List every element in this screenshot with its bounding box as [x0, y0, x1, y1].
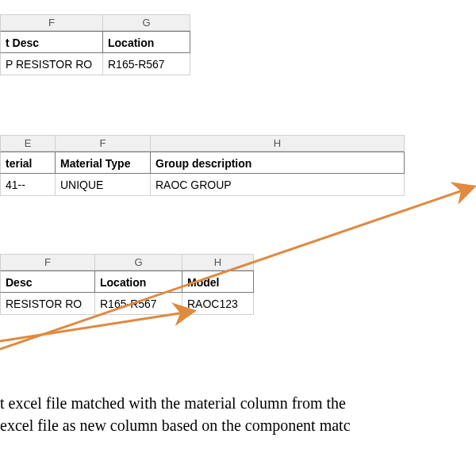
column-letters-row: F G H: [0, 254, 254, 271]
header-cell-desc: t Desc: [0, 31, 103, 53]
data-cell: RESISTOR RO: [0, 293, 95, 315]
column-letter: H: [182, 254, 254, 271]
column-letters-row: F G: [0, 14, 190, 31]
excel-fragment-1: F G t Desc Location P RESISTOR RO R165-R…: [0, 14, 190, 75]
data-cell: R165-R567: [103, 53, 190, 75]
header-cell-location: Location: [95, 271, 182, 293]
header-cell-location: Location: [103, 31, 190, 53]
column-letters-row: E F H: [0, 135, 405, 152]
excel-fragment-3: F G H Desc Location Model RESISTOR RO R1…: [0, 254, 254, 315]
column-letter: E: [0, 135, 56, 152]
text-line: t excel file matched with the material c…: [0, 392, 476, 414]
explanatory-text: t excel file matched with the material c…: [0, 392, 476, 436]
text-line: excel file as new column based on the co…: [0, 414, 476, 436]
column-letter: G: [103, 14, 190, 31]
column-letter: F: [0, 14, 103, 31]
header-cell-material-type: Material Type: [56, 152, 151, 174]
header-cell-model: Model: [182, 271, 254, 293]
column-letter: G: [95, 254, 182, 271]
column-letter: F: [0, 254, 95, 271]
data-cell: P RESISTOR RO: [0, 53, 103, 75]
data-cell: RAOC123: [182, 293, 254, 315]
data-cell: UNIQUE: [56, 174, 151, 196]
header-cell-material: terial: [0, 152, 56, 174]
column-letter: F: [56, 135, 151, 152]
header-cell-desc: Desc: [0, 271, 95, 293]
column-letter: H: [151, 135, 405, 152]
excel-fragment-2: E F H terial Material Type Group descrip…: [0, 135, 405, 196]
data-cell: 41--: [0, 174, 56, 196]
data-cell: R165-R567: [95, 293, 182, 315]
svg-line-1: [0, 311, 194, 341]
header-cell-group-description: Group description: [151, 152, 405, 174]
data-cell: RAOC GROUP: [151, 174, 405, 196]
